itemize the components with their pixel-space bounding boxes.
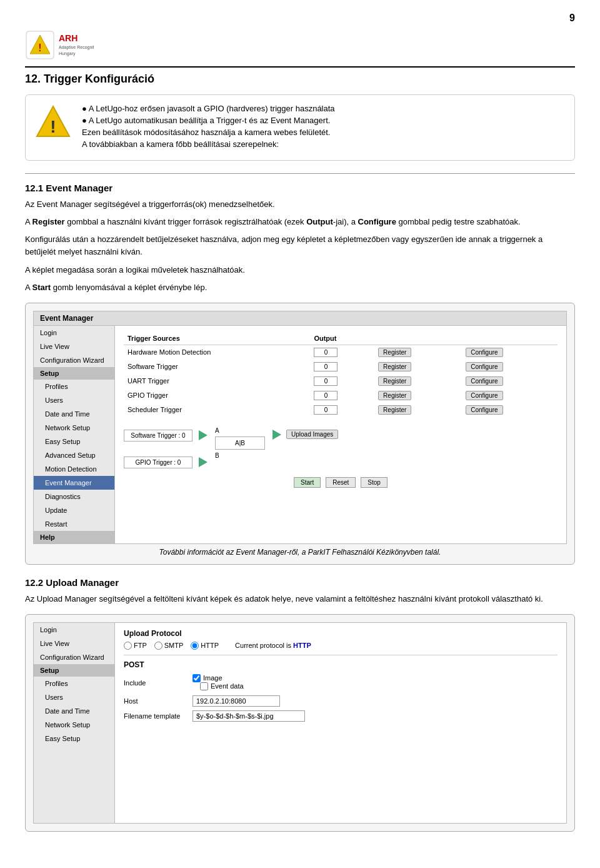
formula-box: A|B xyxy=(215,437,265,450)
section-divider xyxy=(25,173,575,174)
event-manager-body: Login Live View Configuration Wizard Set… xyxy=(34,326,566,543)
event-data-checkbox[interactable] xyxy=(200,682,208,690)
trigger-name: UART Trigger xyxy=(124,374,310,388)
http-radio[interactable] xyxy=(191,642,199,650)
upload-sidebar-date-time[interactable]: Date and Time xyxy=(34,704,114,718)
upload-sidebar-profiles[interactable]: Profiles xyxy=(34,677,114,690)
register-button[interactable]: Register xyxy=(378,405,411,415)
flow-mid: A A|B B xyxy=(215,425,265,459)
sidebar-date-time[interactable]: Date and Time xyxy=(34,407,114,421)
section-12-1-para3: Konfigurálás után a hozzárendelt betűjel… xyxy=(25,233,575,258)
register-button[interactable]: Register xyxy=(378,362,411,371)
trigger-name: GPIO Trigger xyxy=(124,388,310,403)
svg-text:!: ! xyxy=(50,117,56,136)
trigger-name: Hardware Motion Detection xyxy=(124,345,310,360)
section-12-2-title: 12.2 Upload Manager xyxy=(25,577,575,588)
trigger-value xyxy=(310,360,374,374)
upload-images-button[interactable]: Upload Images xyxy=(286,430,338,439)
upload-sidebar-users[interactable]: Users xyxy=(34,690,114,704)
page-number: 9 xyxy=(25,13,575,24)
event-manager-titlebar: Event Manager xyxy=(34,311,566,326)
flow-row-software: Software Trigger : 0 xyxy=(124,430,208,442)
warning-line2: ● A LetUgo automatikusan beállítja a Tri… xyxy=(82,116,335,125)
register-button[interactable]: Register xyxy=(378,348,411,357)
smtp-radio[interactable] xyxy=(154,642,162,650)
trigger-register: Register xyxy=(374,374,462,388)
sidebar-network-setup[interactable]: Network Setup xyxy=(34,421,114,435)
sidebar-motion-detection[interactable]: Motion Detection xyxy=(34,462,114,476)
flow-right: Upload Images xyxy=(272,425,340,440)
ftp-option[interactable]: FTP xyxy=(124,642,147,650)
trigger-configure: Configure xyxy=(462,388,558,403)
start-button[interactable]: Start xyxy=(294,477,321,488)
ftp-radio[interactable] xyxy=(124,642,132,650)
trigger-row: Software Trigger Register Configure xyxy=(124,360,558,374)
warning-icon: ! xyxy=(34,104,72,141)
trigger-value-input[interactable] xyxy=(314,405,338,415)
event-data-checkbox-label[interactable]: Event data xyxy=(200,682,244,690)
trigger-value-input[interactable] xyxy=(314,391,338,400)
col-output: Output xyxy=(310,332,558,345)
sidebar-users[interactable]: Users xyxy=(34,393,114,407)
configure-button[interactable]: Configure xyxy=(466,348,502,357)
trigger-value-input[interactable] xyxy=(314,362,338,371)
http-label: HTTP xyxy=(201,642,219,649)
configure-button[interactable]: Configure xyxy=(466,391,502,400)
sidebar-profiles[interactable]: Profiles xyxy=(34,380,114,393)
image-label: Image xyxy=(203,674,222,682)
upload-sidebar-network-setup[interactable]: Network Setup xyxy=(34,718,114,732)
sidebar-update[interactable]: Update xyxy=(34,503,114,517)
flow-label-a: A xyxy=(215,427,265,434)
reset-button[interactable]: Reset xyxy=(326,477,356,488)
upload-sidebar-config-wizard[interactable]: Configuration Wizard xyxy=(34,650,114,664)
register-button[interactable]: Register xyxy=(378,376,411,386)
event-data-label: Event data xyxy=(211,682,244,690)
sidebar-diagnostics[interactable]: Diagnostics xyxy=(34,490,114,503)
include-label: Include xyxy=(124,679,192,687)
upload-sidebar-login[interactable]: Login xyxy=(34,623,114,637)
trigger-configure: Configure xyxy=(462,374,558,388)
configure-button[interactable]: Configure xyxy=(466,405,502,415)
trigger-configure: Configure xyxy=(462,345,558,360)
host-row: Host xyxy=(124,695,558,707)
trigger-value-input[interactable] xyxy=(314,376,338,386)
section-12-1-title: 12.1 Event Manager xyxy=(25,183,575,193)
section-12-2: 12.2 Upload Manager Az Upload Manager se… xyxy=(25,577,575,605)
section-12-2-para1: Az Upload Manager segítségével a feltölt… xyxy=(25,593,575,605)
upload-manager-screenshot: Login Live View Configuration Wizard Set… xyxy=(25,614,575,832)
trigger-value-input[interactable] xyxy=(314,348,338,357)
sidebar-login[interactable]: Login xyxy=(34,326,114,340)
sidebar-restart[interactable]: Restart xyxy=(34,517,114,531)
warning-line4: A továbbiakban a kamera főbb beállításai… xyxy=(82,139,335,149)
warning-line3: Ezen beállítások módosításához használja… xyxy=(82,128,335,137)
section-12-1-para5: A Start gomb lenyomásával a képlet érvén… xyxy=(25,281,575,294)
host-input[interactable] xyxy=(192,695,280,707)
sidebar-advanced-setup[interactable]: Advanced Setup xyxy=(34,448,114,462)
flow-label-b: B xyxy=(215,452,265,459)
register-button[interactable]: Register xyxy=(378,391,411,400)
image-checkbox[interactable] xyxy=(192,674,201,682)
configure-button[interactable]: Configure xyxy=(466,376,502,386)
image-checkbox-label[interactable]: Image xyxy=(192,674,558,682)
stop-button[interactable]: Stop xyxy=(361,477,388,488)
smtp-option[interactable]: SMTP xyxy=(154,642,184,650)
upload-manager-window: Login Live View Configuration Wizard Set… xyxy=(33,622,567,824)
filename-input[interactable] xyxy=(192,710,305,722)
include-row: Include Image Event data xyxy=(124,674,558,692)
ftp-label: FTP xyxy=(134,642,147,649)
http-option[interactable]: HTTP xyxy=(191,642,219,650)
svg-text:Hungary: Hungary xyxy=(59,51,76,56)
sidebar-config-wizard[interactable]: Configuration Wizard xyxy=(34,353,114,367)
sidebar-easy-setup[interactable]: Easy Setup xyxy=(34,435,114,448)
current-protocol-text: Current protocol is HTTP xyxy=(235,642,311,649)
configure-button[interactable]: Configure xyxy=(466,362,502,371)
sidebar-live-view[interactable]: Live View xyxy=(34,340,114,353)
upload-sidebar-easy-setup[interactable]: Easy Setup xyxy=(34,732,114,745)
trigger-name: Scheduler Trigger xyxy=(124,403,310,417)
trigger-register: Register xyxy=(374,345,462,360)
sidebar-help[interactable]: Help xyxy=(34,531,114,543)
upload-sidebar-live-view[interactable]: Live View xyxy=(34,637,114,650)
sidebar-event-manager[interactable]: Event Manager xyxy=(34,476,114,490)
filename-value xyxy=(192,710,558,722)
upload-protocol-title: Upload Protocol xyxy=(124,629,558,638)
